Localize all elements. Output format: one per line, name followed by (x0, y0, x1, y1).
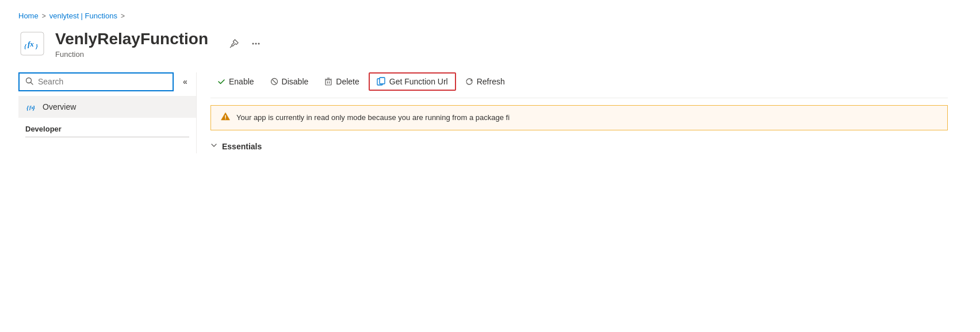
page-title: VenlyRelayFunction (55, 29, 208, 49)
breadcrumb-sep-1: > (42, 12, 46, 20)
svg-point-5 (252, 43, 254, 45)
svg-rect-15 (326, 80, 331, 85)
page-header: { fx } VenlyRelayFunction Function (18, 29, 962, 59)
svg-line-4 (230, 46, 232, 48)
sidebar: « { fx } Overview Developer (18, 72, 197, 153)
more-options-icon[interactable] (248, 36, 263, 51)
svg-point-7 (258, 43, 260, 45)
sidebar-item-overview[interactable]: { fx } Overview (18, 96, 196, 118)
disable-icon (270, 78, 278, 86)
breadcrumb: Home > venlytest | Functions > (18, 11, 962, 20)
refresh-button[interactable]: Refresh (458, 74, 512, 90)
search-icon (25, 77, 33, 87)
refresh-button-label: Refresh (477, 77, 505, 86)
enable-button[interactable]: Enable (210, 74, 261, 90)
breadcrumb-functions[interactable]: venlytest | Functions (49, 11, 117, 20)
delete-button-label: Delete (336, 77, 359, 86)
header-actions (227, 36, 263, 51)
collapse-sidebar-button[interactable]: « (178, 75, 192, 88)
essentials-label: Essentials (222, 142, 262, 151)
toolbar: Enable Disable (210, 72, 948, 98)
svg-line-9 (31, 82, 33, 84)
essentials-chevron-icon (210, 142, 217, 150)
pin-icon[interactable] (227, 36, 242, 51)
enable-button-label: Enable (229, 77, 254, 86)
get-function-url-button[interactable]: Get Function Url (369, 72, 456, 91)
search-box[interactable] (18, 72, 174, 91)
sidebar-section-developer: Developer (18, 118, 196, 137)
disable-button-label: Disable (282, 77, 309, 86)
sidebar-item-overview-label: Overview (43, 102, 76, 111)
disable-button[interactable]: Disable (263, 74, 316, 90)
svg-text:}: } (35, 43, 38, 49)
search-container: « (18, 72, 196, 91)
svg-line-14 (272, 79, 276, 83)
breadcrumb-sep-2: > (121, 12, 125, 20)
overview-icon: { fx } (25, 102, 37, 112)
breadcrumb-home[interactable]: Home (18, 11, 39, 20)
get-function-url-button-label: Get Function Url (389, 77, 448, 86)
page-container: Home > venlytest | Functions > { fx } Ve… (0, 0, 980, 153)
enable-check-icon (217, 78, 225, 86)
header-text: VenlyRelayFunction Function (55, 29, 208, 59)
developer-section-divider (25, 137, 189, 137)
delete-button[interactable]: Delete (317, 74, 366, 90)
svg-text:fx: fx (28, 40, 34, 48)
essentials-header[interactable]: Essentials (210, 140, 948, 153)
svg-point-23 (225, 118, 226, 119)
main-content: « { fx } Overview Developer (18, 72, 962, 153)
svg-rect-21 (380, 78, 385, 84)
warning-icon (220, 111, 231, 124)
page-subtitle: Function (55, 50, 208, 59)
function-app-icon: { fx } (18, 30, 46, 57)
svg-text:}: } (32, 104, 35, 111)
warning-message: Your app is currently in read only mode … (236, 113, 510, 122)
svg-point-6 (255, 43, 257, 45)
delete-icon (324, 78, 332, 86)
search-input[interactable] (38, 77, 167, 86)
get-function-url-icon (377, 77, 386, 86)
warning-banner: Your app is currently in read only mode … (210, 105, 948, 130)
right-content: Enable Disable (197, 72, 962, 153)
refresh-icon (465, 78, 473, 86)
